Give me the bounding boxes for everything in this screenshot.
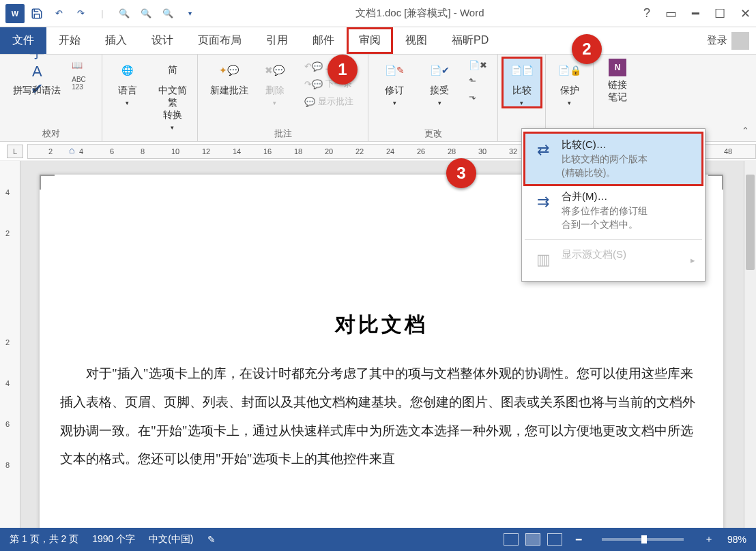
ribbon-display-icon[interactable]: ▭ (665, 6, 677, 21)
group-language: 🌐 语言 ▾ 简 中文简繁 转换 ▾ (102, 55, 198, 141)
callout-3: 3 (446, 158, 476, 188)
scrollbar-thumb[interactable] (746, 175, 755, 270)
group-changes: 📄✎ 修订 ▾ 📄✔ 接受 ▾ 📄✖ ⬑ ⬎ 更改 (368, 55, 498, 141)
title-bar: W ↶ ↷ | 🔍 🔍 🔍 ▾ 文档1.doc [兼容模式] - Word ? … (0, 0, 756, 27)
vruler-tick: 4 (5, 188, 10, 196)
accept-icon: 📄✔ (428, 59, 451, 82)
convert-icon: 简 (161, 59, 184, 82)
login-button[interactable]: 登录 (700, 27, 756, 54)
language-button[interactable]: 🌐 语言 ▾ (109, 59, 146, 106)
linked-notes-button[interactable]: N 链接 笔记 (599, 59, 636, 104)
new-comment-button[interactable]: ✦💬 新建批注 (210, 59, 248, 97)
compare-button[interactable]: 📄📄 比较 ▾ (504, 59, 540, 106)
spelling-button[interactable]: 字A✔ 拼写和语法 (13, 59, 61, 97)
margin-corner-tr (708, 175, 723, 190)
zoom-out-icon[interactable]: 🔍 (117, 7, 131, 20)
close-icon[interactable]: ✕ (740, 6, 751, 21)
spellcheck-icon: 字A✔ (25, 59, 48, 82)
tab-review[interactable]: 审阅 (347, 27, 393, 54)
ruler-tick: 16 (263, 147, 272, 155)
read-mode-button[interactable] (504, 533, 519, 546)
zoom-in-icon[interactable]: 🔍 (161, 7, 175, 20)
zoom-knob[interactable] (641, 535, 647, 543)
status-language[interactable]: 中文(中国) (149, 533, 193, 546)
undo-icon[interactable]: ↶ (52, 7, 66, 20)
dropdown-merge-item[interactable]: ⇉ 合并(M)… 将多位作者的修订组 合到一个文档中。 (525, 185, 702, 237)
next-change-button[interactable]: ⬎ (466, 90, 490, 103)
collapse-ribbon-icon[interactable]: ⌃ (742, 125, 749, 136)
document-body[interactable]: 对于"插入"选项卡上的库，在设计时都充分考虑了其中的项与文档整体外观的协调性。您… (40, 339, 723, 473)
convert-label: 中文简繁 转换 (154, 85, 191, 121)
group-language-label (149, 131, 151, 143)
protect-button[interactable]: 📄🔒 保护 ▾ (551, 59, 588, 106)
ruler-tick: 12 (202, 147, 210, 155)
zoom-out-button[interactable]: ━ (576, 534, 581, 545)
status-words[interactable]: 1990 个字 (92, 533, 135, 546)
tab-home[interactable]: 开始 (46, 27, 93, 54)
compare-label: 比较 (512, 85, 532, 97)
help-icon[interactable]: ? (643, 6, 650, 20)
zoom-100-icon[interactable]: 🔍 (139, 7, 153, 20)
quick-access-toolbar: ↶ ↷ | 🔍 🔍 🔍 ▾ (30, 7, 197, 20)
show-comments-button[interactable]: 💬显示批注 (302, 94, 356, 109)
maximize-icon[interactable]: ☐ (714, 6, 725, 21)
tab-references[interactable]: 引用 (254, 27, 300, 54)
language-label: 语言 (118, 85, 137, 97)
delete-comment-button[interactable]: ✖💬 删除 ▾ (257, 59, 293, 106)
tab-design[interactable]: 设计 (139, 27, 186, 54)
ruler-tick: 4 (79, 147, 83, 155)
merge-docs-icon: ⇉ (532, 190, 555, 213)
convert-button[interactable]: 简 中文简繁 转换 ▾ (154, 59, 191, 131)
margin-corner-tl (40, 175, 55, 190)
save-icon[interactable] (30, 7, 44, 20)
thesaurus-button[interactable]: 📖 (69, 59, 89, 72)
delete-comment-label: 删除 (265, 85, 285, 97)
qat-sep-icon: | (96, 7, 109, 20)
tab-layout[interactable]: 页面布局 (186, 27, 254, 54)
ruler-tick: 26 (417, 147, 425, 155)
reject-button[interactable]: 📄✖ (466, 59, 490, 72)
prev-change-button[interactable]: ⬑ (466, 74, 490, 87)
vruler-tick: 8 (5, 461, 10, 469)
compare-item-desc: 比较文档的两个版本 (精确比较)。 (562, 153, 695, 179)
zoom-slider[interactable] (602, 538, 684, 541)
group-changes-label: 更改 (424, 126, 442, 140)
window-title: 文档1.doc [兼容模式] - Word (197, 7, 643, 20)
zoom-in-button[interactable]: ＋ (704, 533, 714, 546)
track-changes-button[interactable]: 📄✎ 修订 ▾ (376, 59, 413, 106)
chevron-down-icon: ▾ (393, 100, 396, 106)
callout-1: 1 (328, 55, 358, 85)
minimize-icon[interactable]: ━ (692, 6, 699, 21)
print-layout-button[interactable] (525, 533, 540, 546)
tab-foxit[interactable]: 福昕PD (439, 27, 501, 54)
spelling-label: 拼写和语法 (13, 85, 61, 97)
tab-insert[interactable]: 插入 (93, 27, 139, 54)
tab-selector[interactable]: L (7, 145, 23, 158)
ruler-tick: 32 (509, 147, 517, 155)
ruler-tick: 18 (294, 147, 302, 155)
accept-button[interactable]: 📄✔ 接受 ▾ (421, 59, 458, 106)
dropdown-show-source-item[interactable]: ▥ 显示源文档(S) ▸ (525, 243, 702, 277)
show-source-title: 显示源文档(S) (562, 248, 684, 261)
onenote-icon: N (609, 59, 626, 76)
vertical-ruler[interactable]: 4 2 2 4 6 8 (0, 161, 20, 528)
indent-marker-icon[interactable]: ⌂ (69, 145, 74, 155)
document-title[interactable]: 对比文档 (40, 311, 723, 339)
wordcount-button[interactable]: ABC123 (69, 74, 89, 92)
redo-icon[interactable]: ↷ (74, 7, 87, 20)
ruler-tick: 8 (141, 147, 145, 155)
tab-view[interactable]: 视图 (393, 27, 439, 54)
zoom-level[interactable]: 98% (727, 534, 746, 545)
group-proofing: 字A✔ 拼写和语法 📖 ABC123 校对 (0, 55, 102, 141)
web-layout-button[interactable] (547, 533, 562, 546)
linked-notes-label: 链接 笔记 (608, 79, 627, 104)
vertical-scrollbar[interactable] (744, 161, 756, 528)
status-page[interactable]: 第 1 页，共 2 页 (10, 533, 78, 546)
qat-more-icon[interactable]: ▾ (183, 7, 197, 20)
dropdown-compare-item[interactable]: ⇄ 比较(C)… 比较文档的两个版本 (精确比较)。 (525, 133, 702, 185)
tab-mailings[interactable]: 邮件 (300, 27, 347, 54)
merge-item-title: 合并(M)… (562, 190, 695, 203)
group-proofing-label: 校对 (42, 126, 60, 140)
track-status-icon[interactable]: ✎ (207, 534, 216, 545)
chevron-down-icon: ▾ (171, 124, 174, 131)
